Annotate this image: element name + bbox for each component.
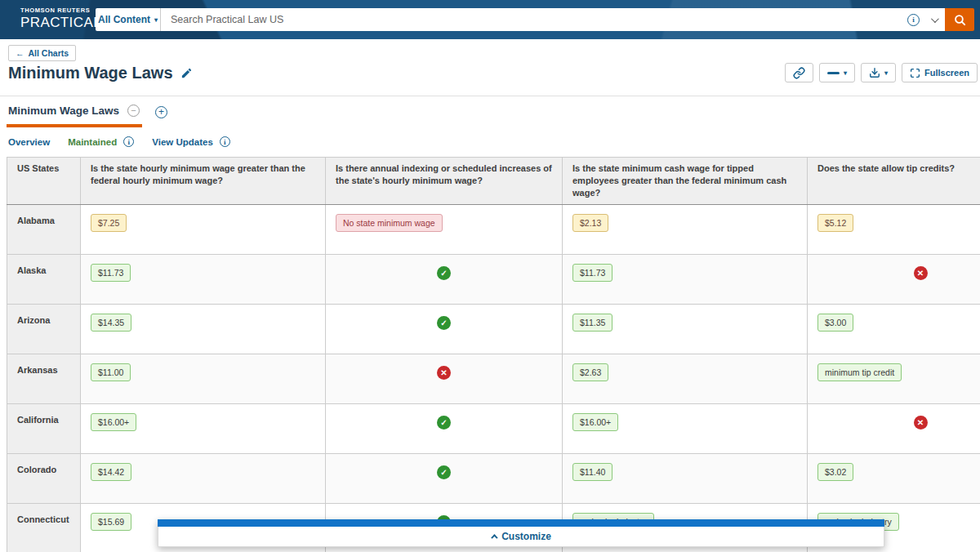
state-cell: Connecticut <box>7 503 81 552</box>
tab-minimum-wage-laws[interactable]: Minimum Wage Laws − <box>7 103 142 127</box>
value-badge: $7.25 <box>91 214 127 232</box>
column-header-states: US States <box>7 158 81 205</box>
search-bar: All Content ▾ i <box>96 8 974 31</box>
search-input-icons: i <box>907 8 937 31</box>
fullscreen-button[interactable]: Fullscreen <box>902 63 978 82</box>
search-input-wrap: i <box>161 8 945 31</box>
value-badge: $2.63 <box>572 363 608 381</box>
value-badge: $2.13 <box>572 214 608 232</box>
value-cell: $3.00 <box>808 304 980 354</box>
state-cell: California <box>7 403 81 453</box>
table-row: Colorado$14.42✓$11.40$3.02 <box>7 453 980 503</box>
customize-panel[interactable]: Customize <box>158 519 884 547</box>
icon-cell: ✓ <box>326 453 563 503</box>
chart-links-row: Overview Maintained i View Updates i <box>8 136 242 147</box>
page-title: Minimum Wage Laws <box>8 64 173 82</box>
column-header-q4: Does the state allow tip credits? <box>808 158 980 205</box>
value-badge: $11.73 <box>572 264 612 282</box>
icon-cell: ✓ <box>326 304 563 354</box>
state-cell: Colorado <box>7 453 81 503</box>
table-header-row: US States Is the state hourly minimum wa… <box>7 158 980 205</box>
add-tab-button[interactable]: + <box>155 106 167 118</box>
value-cell: $2.13 <box>563 204 808 254</box>
minimum-wage-table: US States Is the state hourly minimum wa… <box>7 157 980 552</box>
check-icon: ✓ <box>437 266 451 280</box>
icon-cell: ✕ <box>808 403 980 453</box>
search-input[interactable] <box>161 8 945 31</box>
cross-icon: ✕ <box>437 366 451 380</box>
header-divider <box>0 96 980 96</box>
value-cell: $11.35 <box>563 304 808 354</box>
state-cell: Arkansas <box>7 354 81 403</box>
value-badge: $16.00+ <box>91 413 136 431</box>
copy-link-button[interactable] <box>785 63 813 82</box>
column-header-q1: Is the state hourly minimum wage greater… <box>81 158 326 205</box>
value-badge: $11.73 <box>91 264 131 282</box>
icon-cell: ✓ <box>326 403 563 453</box>
remove-tab-button[interactable]: − <box>127 105 140 117</box>
state-cell: Arizona <box>7 304 81 354</box>
value-cell: $5.12 <box>808 204 980 254</box>
back-arrow-icon: ← <box>16 48 24 58</box>
overview-link[interactable]: Overview <box>8 137 50 147</box>
maintained-info-icon[interactable]: i <box>123 136 134 147</box>
download-dropdown-button[interactable]: ▾ <box>861 63 896 82</box>
value-cell: $7.25 <box>81 204 326 254</box>
value-badge: $11.40 <box>572 463 612 481</box>
value-cell: $14.42 <box>81 453 326 503</box>
all-charts-back-button[interactable]: ← All Charts <box>8 45 76 61</box>
search-scope-dropdown[interactable]: All Content ▾ <box>96 8 161 31</box>
value-cell: $16.00+ <box>81 403 326 453</box>
chart-table-container: US States Is the state hourly minimum wa… <box>7 157 980 552</box>
tabs-row: Minimum Wage Laws − + <box>7 103 167 127</box>
edit-title-button[interactable] <box>180 67 193 79</box>
column-header-q3: Is the state minimum cash wage for tippe… <box>563 158 808 205</box>
pencil-icon <box>180 67 193 79</box>
scope-label: All Content <box>98 14 150 25</box>
view-updates-info-icon[interactable]: i <box>220 136 230 147</box>
search-info-icon[interactable]: i <box>907 14 920 26</box>
value-badge: $16.00+ <box>572 413 618 431</box>
dash-icon <box>827 72 840 74</box>
value-cell: $16.00+ <box>563 403 808 453</box>
table-row: Alaska$11.73✓$11.73✕ <box>7 254 980 304</box>
value-cell: $11.73 <box>81 254 326 304</box>
app-header: THOMSON REUTERS PRACTICAL LAW All Conten… <box>0 0 980 39</box>
value-cell: minimum tip credit <box>808 354 980 403</box>
table-row: Alabama$7.25No state minimum wage$2.13$5… <box>7 204 980 254</box>
tab-label: Minimum Wage Laws <box>8 105 119 117</box>
icon-cell: ✓ <box>326 254 563 304</box>
table-body: Alabama$7.25No state minimum wage$2.13$5… <box>7 204 980 552</box>
table-row: Arizona$14.35✓$11.35$3.00 <box>7 304 980 354</box>
chevron-down-icon: ▾ <box>844 69 847 77</box>
value-cell: $14.35 <box>81 304 326 354</box>
view-updates-link[interactable]: View Updates <box>152 137 213 147</box>
chevron-down-icon: ▾ <box>154 16 158 24</box>
icon-cell: ✕ <box>326 354 563 403</box>
value-cell: $11.73 <box>563 254 808 304</box>
value-badge: $5.12 <box>817 214 853 232</box>
line-style-dropdown-button[interactable]: ▾ <box>819 63 855 82</box>
value-badge: $15.69 <box>91 513 131 531</box>
value-badge: $3.02 <box>817 463 853 481</box>
value-badge: $14.35 <box>91 314 131 332</box>
table-row: Arkansas$11.00✕$2.63minimum tip credit <box>7 354 980 403</box>
value-badge: No state minimum wage <box>336 214 443 232</box>
maintained-status: Maintained <box>68 137 117 147</box>
value-cell: $11.00 <box>81 354 326 403</box>
chevron-up-icon <box>491 534 497 541</box>
link-icon <box>793 67 805 79</box>
value-cell: $2.63 <box>563 354 808 403</box>
state-cell: Alaska <box>7 254 81 304</box>
customize-button[interactable]: Customize <box>158 527 884 547</box>
check-icon: ✓ <box>437 465 451 479</box>
value-cell: $11.40 <box>563 453 808 503</box>
back-label: All Charts <box>29 48 69 58</box>
search-button[interactable] <box>945 8 974 31</box>
download-icon <box>869 67 880 78</box>
cross-icon: ✕ <box>914 416 928 430</box>
check-icon: ✓ <box>437 416 451 430</box>
title-row: Minimum Wage Laws <box>8 64 193 82</box>
state-cell: Alabama <box>7 204 81 254</box>
fullscreen-label: Fullscreen <box>924 68 969 78</box>
